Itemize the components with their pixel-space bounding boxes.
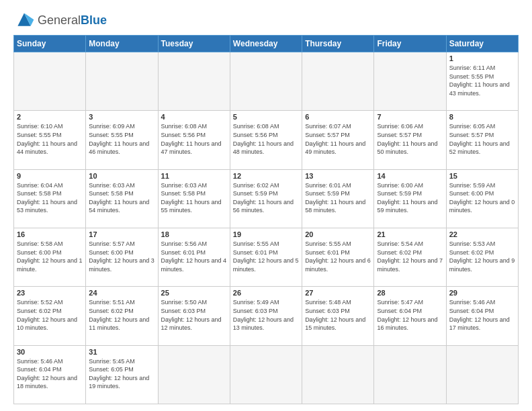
table-row: 15Sunrise: 5:59 AMSunset: 6:00 PMDayligh… (446, 169, 518, 228)
day-info: Sunrise: 6:09 AMSunset: 5:55 PMDaylight:… (89, 122, 154, 156)
day-number: 5 (233, 113, 299, 121)
day-info: Sunrise: 6:04 AMSunset: 5:58 PMDaylight:… (17, 181, 83, 215)
day-number: 18 (161, 230, 227, 238)
day-info: Sunrise: 6:03 AMSunset: 5:58 PMDaylight:… (161, 181, 227, 215)
day-info: Sunrise: 5:49 AMSunset: 6:03 PMDaylight:… (233, 298, 299, 332)
table-row (374, 345, 446, 404)
day-info: Sunrise: 5:54 AMSunset: 6:02 PMDaylight:… (377, 240, 443, 273)
calendar-week-row: 1Sunrise: 6:11 AMSunset: 5:55 PMDaylight… (14, 52, 519, 111)
day-info: Sunrise: 5:58 AMSunset: 6:00 PMDaylight:… (17, 240, 83, 273)
col-friday: Friday (374, 36, 446, 52)
day-info: Sunrise: 6:08 AMSunset: 5:56 PMDaylight:… (233, 122, 299, 156)
table-row: 12Sunrise: 6:02 AMSunset: 5:59 PMDayligh… (230, 169, 302, 228)
calendar-header-row: Sunday Monday Tuesday Wednesday Thursday… (14, 36, 519, 52)
col-monday: Monday (86, 36, 158, 52)
col-wednesday: Wednesday (230, 36, 302, 52)
day-number: 1 (449, 54, 515, 62)
table-row: 30Sunrise: 5:46 AMSunset: 6:04 PMDayligh… (14, 345, 86, 404)
calendar-table: Sunday Monday Tuesday Wednesday Thursday… (13, 35, 519, 404)
day-number: 17 (89, 230, 154, 238)
day-info: Sunrise: 6:10 AMSunset: 5:55 PMDaylight:… (17, 122, 83, 156)
logo-text: GeneralBlue (38, 13, 107, 28)
day-info: Sunrise: 6:06 AMSunset: 5:57 PMDaylight:… (377, 122, 443, 156)
day-number: 7 (377, 113, 443, 121)
day-info: Sunrise: 5:56 AMSunset: 6:01 PMDaylight:… (161, 240, 227, 273)
table-row: 21Sunrise: 5:54 AMSunset: 6:02 PMDayligh… (374, 228, 446, 286)
table-row: 20Sunrise: 5:55 AMSunset: 6:01 PMDayligh… (302, 228, 374, 286)
day-number: 21 (377, 230, 443, 238)
day-number: 24 (89, 289, 154, 297)
table-row: 22Sunrise: 5:53 AMSunset: 6:02 PMDayligh… (446, 228, 518, 286)
day-number: 30 (17, 348, 83, 356)
day-info: Sunrise: 5:57 AMSunset: 6:00 PMDaylight:… (89, 240, 154, 273)
table-row: 7Sunrise: 6:06 AMSunset: 5:57 PMDaylight… (374, 111, 446, 169)
day-number: 25 (161, 289, 227, 297)
header: GeneralBlue (13, 11, 519, 30)
calendar-week-row: 9Sunrise: 6:04 AMSunset: 5:58 PMDaylight… (14, 169, 519, 228)
day-number: 28 (377, 289, 443, 297)
day-info: Sunrise: 5:46 AMSunset: 6:04 PMDaylight:… (449, 298, 515, 332)
day-info: Sunrise: 5:51 AMSunset: 6:02 PMDaylight:… (89, 298, 154, 332)
table-row (374, 52, 446, 111)
day-info: Sunrise: 6:07 AMSunset: 5:57 PMDaylight:… (305, 122, 371, 156)
table-row: 10Sunrise: 6:03 AMSunset: 5:58 PMDayligh… (86, 169, 158, 228)
calendar-week-row: 23Sunrise: 5:52 AMSunset: 6:02 PMDayligh… (14, 287, 519, 345)
table-row: 14Sunrise: 6:00 AMSunset: 5:59 PMDayligh… (374, 169, 446, 228)
table-row: 3Sunrise: 6:09 AMSunset: 5:55 PMDaylight… (86, 111, 158, 169)
day-number: 22 (449, 230, 515, 238)
day-info: Sunrise: 5:59 AMSunset: 6:00 PMDaylight:… (449, 181, 515, 215)
day-number: 12 (233, 172, 299, 180)
table-row (302, 345, 374, 404)
table-row: 27Sunrise: 5:48 AMSunset: 6:03 PMDayligh… (302, 287, 374, 345)
day-number: 11 (161, 172, 227, 180)
table-row: 4Sunrise: 6:08 AMSunset: 5:56 PMDaylight… (158, 111, 230, 169)
day-info: Sunrise: 5:47 AMSunset: 6:04 PMDaylight:… (377, 298, 443, 332)
table-row: 28Sunrise: 5:47 AMSunset: 6:04 PMDayligh… (374, 287, 446, 345)
table-row (158, 52, 230, 111)
day-number: 27 (305, 289, 371, 297)
table-row: 17Sunrise: 5:57 AMSunset: 6:00 PMDayligh… (86, 228, 158, 286)
day-info: Sunrise: 6:08 AMSunset: 5:56 PMDaylight:… (161, 122, 227, 156)
day-number: 2 (17, 113, 83, 121)
table-row: 8Sunrise: 6:05 AMSunset: 5:57 PMDaylight… (446, 111, 518, 169)
table-row (230, 345, 302, 404)
table-row: 1Sunrise: 6:11 AMSunset: 5:55 PMDaylight… (446, 52, 518, 111)
table-row: 25Sunrise: 5:50 AMSunset: 6:03 PMDayligh… (158, 287, 230, 345)
day-info: Sunrise: 5:48 AMSunset: 6:03 PMDaylight:… (305, 298, 371, 332)
table-row: 29Sunrise: 5:46 AMSunset: 6:04 PMDayligh… (446, 287, 518, 345)
day-number: 13 (305, 172, 371, 180)
day-info: Sunrise: 5:50 AMSunset: 6:03 PMDaylight:… (161, 298, 227, 332)
day-info: Sunrise: 5:55 AMSunset: 6:01 PMDaylight:… (233, 240, 299, 273)
page: GeneralBlue Sunday Monday Tuesday Wednes… (0, 0, 532, 411)
table-row: 6Sunrise: 6:07 AMSunset: 5:57 PMDaylight… (302, 111, 374, 169)
day-number: 4 (161, 113, 227, 121)
table-row: 9Sunrise: 6:04 AMSunset: 5:58 PMDaylight… (14, 169, 86, 228)
table-row: 23Sunrise: 5:52 AMSunset: 6:02 PMDayligh… (14, 287, 86, 345)
table-row: 13Sunrise: 6:01 AMSunset: 5:59 PMDayligh… (302, 169, 374, 228)
day-info: Sunrise: 5:55 AMSunset: 6:01 PMDaylight:… (305, 240, 371, 273)
table-row (446, 345, 518, 404)
day-info: Sunrise: 6:03 AMSunset: 5:58 PMDaylight:… (89, 181, 154, 215)
calendar-week-row: 16Sunrise: 5:58 AMSunset: 6:00 PMDayligh… (14, 228, 519, 286)
day-number: 10 (89, 172, 154, 180)
day-number: 20 (305, 230, 371, 238)
day-info: Sunrise: 5:53 AMSunset: 6:02 PMDaylight:… (449, 240, 515, 273)
table-row (86, 52, 158, 111)
day-number: 6 (305, 113, 371, 121)
day-number: 23 (17, 289, 83, 297)
table-row: 18Sunrise: 5:56 AMSunset: 6:01 PMDayligh… (158, 228, 230, 286)
table-row (158, 345, 230, 404)
table-row: 2Sunrise: 6:10 AMSunset: 5:55 PMDaylight… (14, 111, 86, 169)
day-number: 31 (89, 348, 154, 356)
table-row: 19Sunrise: 5:55 AMSunset: 6:01 PMDayligh… (230, 228, 302, 286)
day-info: Sunrise: 6:05 AMSunset: 5:57 PMDaylight:… (449, 122, 515, 156)
day-number: 16 (17, 230, 83, 238)
day-number: 14 (377, 172, 443, 180)
day-number: 29 (449, 289, 515, 297)
table-row (230, 52, 302, 111)
day-number: 9 (17, 172, 83, 180)
table-row (14, 52, 86, 111)
day-info: Sunrise: 6:11 AMSunset: 5:55 PMDaylight:… (449, 64, 515, 97)
day-number: 8 (449, 113, 515, 121)
calendar-week-row: 30Sunrise: 5:46 AMSunset: 6:04 PMDayligh… (14, 345, 519, 404)
